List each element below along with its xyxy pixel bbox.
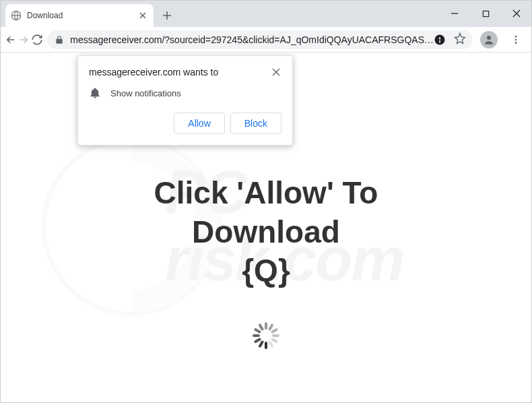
browser-tab[interactable]: Download (5, 4, 154, 27)
svg-rect-1 (483, 11, 488, 16)
window-titlebar: Download (0, 0, 532, 27)
menu-button[interactable] (504, 30, 528, 50)
svg-point-2 (435, 34, 445, 44)
popup-close-button[interactable] (271, 67, 281, 78)
page-content: PC risk.com Click 'Allow' To Download {Q… (0, 53, 532, 403)
headline-line-2: Download (0, 213, 532, 252)
incognito-icon (434, 34, 446, 46)
bookmark-star-icon[interactable] (454, 32, 466, 47)
browser-toolbar: messagereceiver.com/?sourceid=297245&cli… (0, 27, 532, 53)
popup-title: messagereceiver.com wants to (89, 67, 271, 78)
url-text: messagereceiver.com/?sourceid=297245&cli… (70, 34, 434, 45)
globe-icon (11, 10, 22, 21)
close-window-button[interactable] (501, 0, 532, 27)
avatar-icon (480, 31, 498, 49)
maximize-button[interactable] (470, 0, 501, 27)
svg-point-4 (487, 36, 491, 40)
new-tab-button[interactable] (158, 6, 176, 25)
back-button[interactable] (4, 30, 17, 50)
address-bar[interactable]: messagereceiver.com/?sourceid=297245&cli… (47, 30, 473, 49)
lock-icon (54, 35, 65, 44)
svg-point-7 (515, 42, 517, 44)
svg-rect-3 (439, 40, 440, 42)
profile-button[interactable] (477, 30, 501, 50)
popup-description: Show notifications (110, 88, 181, 98)
svg-point-6 (515, 38, 517, 40)
close-tab-icon[interactable] (137, 10, 148, 21)
headline-line-3: {Q} (0, 251, 532, 290)
allow-button[interactable]: Allow (174, 113, 224, 134)
headline-line-1: Click 'Allow' To (0, 174, 532, 213)
forward-button[interactable] (17, 30, 30, 50)
block-button[interactable]: Block (230, 113, 281, 134)
tab-title: Download (27, 11, 137, 20)
page-headline: Click 'Allow' To Download {Q} (0, 174, 532, 290)
svg-point-5 (515, 36, 517, 38)
notification-permission-popup: messagereceiver.com wants to Show notifi… (77, 55, 293, 146)
minimize-button[interactable] (439, 0, 470, 27)
window-controls (439, 0, 532, 27)
bell-icon (89, 87, 101, 99)
reload-button[interactable] (30, 30, 43, 50)
loading-spinner-icon (253, 322, 279, 349)
